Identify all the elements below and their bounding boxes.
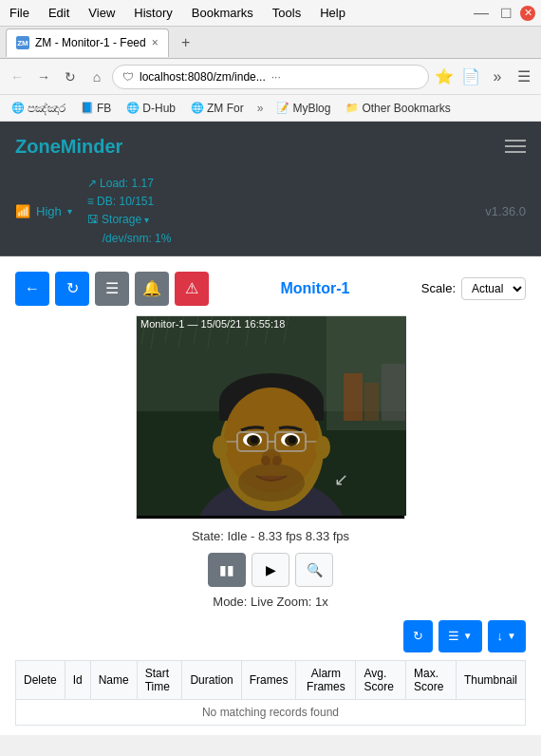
menu-history[interactable]: History xyxy=(130,4,176,22)
zm-video-container: Monitor-1 — 15/05/21 16:55:18 xyxy=(136,315,405,520)
zm-scale-control: Scale: Actual 25% 50% 75% 150% 200% xyxy=(421,277,526,300)
zm-status-bar: 📶 High ▾ ↗ Load: 1.17 ≡ DB: 10/151 🖫 Sto… xyxy=(0,171,541,256)
zm-download-button[interactable]: ↓ ▼ xyxy=(488,620,526,652)
zm-pause-button[interactable]: ▮▮ xyxy=(208,553,246,587)
zm-storage-label[interactable]: Storage xyxy=(102,213,141,226)
bookmark-dhub-icon: 🌐 xyxy=(126,102,140,114)
bookmark-other-icon: 📁 xyxy=(345,102,359,114)
menu-bookmarks[interactable]: Bookmarks xyxy=(188,4,257,22)
th-thumbnail: Thumbnail xyxy=(456,660,525,699)
table-header-row: Delete Id Name Start Time Duration Frame… xyxy=(16,660,526,699)
active-tab[interactable]: ZM ZM - Monitor-1 - Feed × xyxy=(6,28,169,57)
bookmark-sinhala-icon: 🌐 xyxy=(11,102,25,114)
zm-monitor-header: ← ↻ ☰ 🔔 ⚠ Monitor-1 Scale: Actual 25% 50… xyxy=(15,266,526,312)
bookmark-dhub[interactable]: 🌐 D-Hub xyxy=(121,100,181,117)
zm-video-label: Monitor-1 — 15/05/21 16:55:18 xyxy=(140,318,285,330)
zm-alert-button[interactable]: ⚠ xyxy=(175,272,209,306)
no-records-cell: No matching records found xyxy=(16,699,526,725)
zm-hamburger-button[interactable] xyxy=(505,140,526,153)
bookmarks-bar: 🌐 පඤ්ඤාර 📘 FB 🌐 D-Hub 🌐 ZM For » 📝 MyBlo… xyxy=(0,95,541,122)
zm-bell-button[interactable]: 🔔 xyxy=(135,272,169,306)
zm-play-button[interactable]: ▶ xyxy=(252,553,289,587)
zm-refresh-feed-button[interactable]: ↻ xyxy=(403,620,433,652)
svg-rect-38 xyxy=(382,364,405,421)
zm-signal-dropdown-icon: ▾ xyxy=(67,206,72,217)
window-maximize-button[interactable]: ☐ xyxy=(496,6,516,21)
menu-edit[interactable]: Edit xyxy=(45,4,73,22)
bookmark-sinhala-label: පඤ්ඤාර xyxy=(28,102,65,115)
zm-list-button[interactable]: ☰ ▼ xyxy=(438,620,482,652)
th-start-time: Start Time xyxy=(137,660,182,699)
address-more-button[interactable]: ··· xyxy=(271,70,281,84)
hamburger-menu-icon[interactable]: ☰ xyxy=(513,66,535,88)
menu-view[interactable]: View xyxy=(84,4,119,22)
zm-signal-label: High xyxy=(36,204,62,218)
new-tab-button[interactable]: + xyxy=(173,29,199,56)
extensions-icon[interactable]: » xyxy=(486,66,509,88)
svg-point-24 xyxy=(289,436,296,444)
zm-playback-controls: ▮▮ ▶ 🔍 xyxy=(15,549,526,591)
tab-bar: ZM ZM - Monitor-1 - Feed × + xyxy=(0,27,541,59)
window-close-button[interactable]: ✕ xyxy=(520,6,535,21)
th-delete: Delete xyxy=(16,660,65,699)
th-alarm-frames: Alarm Frames xyxy=(296,660,356,699)
tab-title: ZM - Monitor-1 - Feed xyxy=(35,36,146,49)
zm-action-row: ↻ ☰ ▼ ↓ ▼ xyxy=(15,613,526,660)
back-button[interactable]: ← xyxy=(6,66,28,88)
svg-point-35 xyxy=(315,436,330,459)
zm-storage-dropdown-icon: ▾ xyxy=(144,215,149,225)
download-caret-icon: ▼ xyxy=(507,631,516,641)
svg-point-23 xyxy=(251,436,258,444)
list-caret-icon: ▼ xyxy=(463,631,473,641)
zm-back-button[interactable]: ← xyxy=(15,272,49,306)
bookmark-sinhala[interactable]: 🌐 පඤ්ඤාර xyxy=(6,100,71,117)
zm-mode-text: Mode: Live Zoom: 1x xyxy=(15,591,526,613)
zm-db-value: 10/151 xyxy=(119,195,154,208)
zm-load-value: 1.17 xyxy=(131,177,153,190)
bookmark-zmfor-label: ZM For xyxy=(207,102,244,115)
zm-state-text: State: Idle - 8.33 fps 8.33 fps xyxy=(15,523,526,549)
svg-point-34 xyxy=(213,436,228,459)
bookmarks-icon[interactable]: ⭐ xyxy=(433,66,456,88)
zm-storage-row: 🖫 Storage ▾ xyxy=(87,211,471,229)
th-max-score: Max. Score xyxy=(406,660,457,699)
zm-settings-button[interactable]: ☰ xyxy=(95,272,129,306)
menu-tools[interactable]: Tools xyxy=(269,4,305,22)
zm-content: ← ↻ ☰ 🔔 ⚠ Monitor-1 Scale: Actual 25% 50… xyxy=(0,256,541,735)
tab-close-button[interactable]: × xyxy=(152,36,159,49)
address-field[interactable]: 🛡 localhost:8080/zm/inde... ··· xyxy=(112,65,429,89)
zm-refresh-button[interactable]: ↻ xyxy=(55,272,89,306)
zm-brand[interactable]: ZoneMinder xyxy=(15,136,505,158)
bookmark-myblog-icon: 📝 xyxy=(276,102,289,114)
zm-control-buttons: ← ↻ ☰ 🔔 ⚠ xyxy=(15,272,209,306)
zm-video-frame: ↙ xyxy=(137,316,406,516)
zm-navbar: ZoneMinder xyxy=(0,122,541,171)
bookmark-zmfor[interactable]: 🌐 ZM For xyxy=(185,100,250,117)
zm-scale-select[interactable]: Actual 25% 50% 75% 150% 200% xyxy=(461,277,526,300)
svg-rect-36 xyxy=(344,373,363,421)
zm-zoom-button[interactable]: 🔍 xyxy=(295,553,333,587)
menu-help[interactable]: Help xyxy=(316,4,349,22)
load-up-icon: ↗ xyxy=(87,177,97,190)
window-minimize-button[interactable]: — xyxy=(470,5,493,22)
zm-db-label: DB: xyxy=(97,195,116,208)
zm-scale-label: Scale: xyxy=(421,281,456,295)
th-frames: Frames xyxy=(241,660,296,699)
download-icon: ↓ xyxy=(497,629,504,643)
zm-version: v1.36.0 xyxy=(485,204,526,218)
table-no-records-row: No matching records found xyxy=(16,699,526,725)
home-button[interactable]: ⌂ xyxy=(85,66,108,88)
forward-button[interactable]: → xyxy=(32,66,55,88)
bookmark-myblog[interactable]: 📝 MyBlog xyxy=(270,100,336,117)
bookmark-other[interactable]: 📁 Other Bookmarks xyxy=(340,100,456,117)
zm-signal-status[interactable]: 📶 High ▾ xyxy=(15,204,72,218)
bookmark-myblog-label: MyBlog xyxy=(292,102,330,115)
bookmarks-more-button[interactable]: » xyxy=(253,100,268,117)
bookmark-fb[interactable]: 📘 FB xyxy=(75,100,117,117)
address-text: localhost:8080/zm/inde... xyxy=(140,70,266,84)
zm-events-table: Delete Id Name Start Time Duration Frame… xyxy=(15,660,526,726)
reload-button[interactable]: ↻ xyxy=(59,66,82,88)
menu-file[interactable]: File xyxy=(6,4,33,22)
zm-app: ZoneMinder 📶 High ▾ ↗ Load: 1.17 ≡ DB: 1… xyxy=(0,122,541,256)
reader-icon[interactable]: 📄 xyxy=(459,66,482,88)
